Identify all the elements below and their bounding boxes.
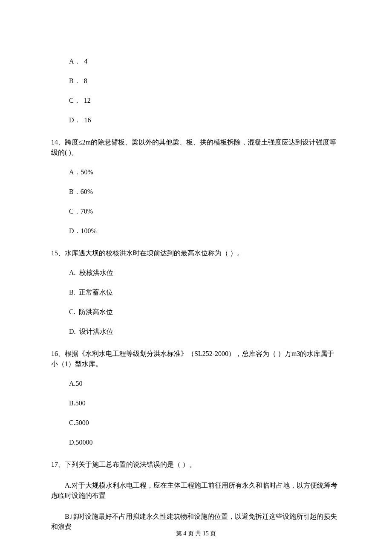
q15-stem: 15、水库遇大坝的校核洪水时在坝前达到的最高水位称为（ ）。	[51, 248, 341, 258]
q16-option-d: D.50000	[69, 437, 341, 448]
page-container: A． 4 B． 8 C． 12 D． 16 14、跨度≤2m的除悬臂板、梁以外的…	[0, 0, 392, 555]
q15-option-c: C. 防洪高水位	[69, 307, 341, 317]
q17-option-a: A.对于大规模水利水电工程，应在主体工程施工前征用所有永久和临时占地，以方便统筹…	[51, 480, 341, 501]
q13-option-c: C． 12	[69, 95, 341, 106]
q16-option-a: A.50	[69, 379, 341, 389]
q16-option-c: C.5000	[69, 418, 341, 428]
q14-option-d: D．100%	[69, 226, 341, 236]
q16-stem: 16、根据《水利水电工程等级划分洪水标准》（SL252-2000），总库容为（ …	[51, 349, 341, 369]
q15-option-a: A. 校核洪水位	[69, 268, 341, 278]
q15-option-d: D. 设计洪水位	[69, 327, 341, 337]
q15-option-b: B. 正常蓄水位	[69, 287, 341, 298]
page-footer: 第 4 页 共 15 页	[0, 529, 392, 538]
q13-option-b: B． 8	[69, 76, 341, 86]
q14-stem: 14、跨度≤2m的除悬臂板、梁以外的其他梁、板、拱的模板拆除，混凝土强度应达到设…	[51, 137, 341, 158]
q13-option-a: A． 4	[69, 56, 341, 66]
q14-option-a: A．50%	[69, 167, 341, 177]
q13-option-d: D． 16	[69, 115, 341, 125]
q16-option-b: B.500	[69, 398, 341, 408]
q14-option-b: B．60%	[69, 187, 341, 197]
q14-option-c: C．70%	[69, 206, 341, 217]
q17-stem: 17、下列关于施工总布置的说法错误的是（ ）。	[51, 460, 341, 470]
